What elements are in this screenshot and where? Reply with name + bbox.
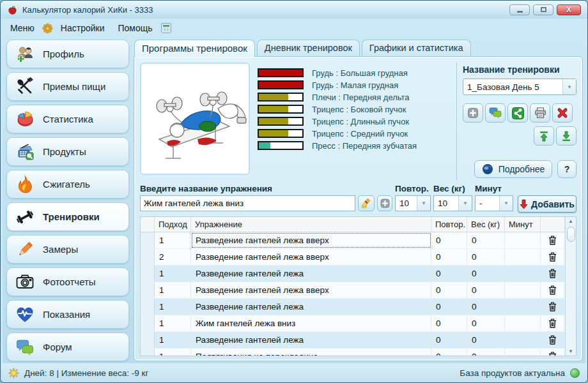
cell-weight[interactable]: 0 <box>467 315 505 331</box>
sidebar-item-statistics[interactable]: Статистика <box>6 105 129 133</box>
chevron-down-icon[interactable]: ▼ <box>458 196 472 211</box>
cell-exercise[interactable]: Жим гантелей лежа вниз <box>191 315 431 331</box>
sidebar-item-workouts[interactable]: Тренировки <box>6 202 129 231</box>
table-row[interactable]: 1 Подтягивания на перекладине 0 0 <box>141 349 565 356</box>
tab-charts-statistics[interactable]: Графики и статистика <box>362 40 471 57</box>
download-button[interactable] <box>556 126 576 146</box>
scroll-up-icon[interactable]: ▲ <box>568 217 573 225</box>
cell-reps[interactable]: 0 <box>431 282 467 298</box>
cell-reps[interactable]: 0 <box>431 266 467 282</box>
sidebar-item-profile[interactable]: Профиль <box>6 40 129 68</box>
upload-button[interactable] <box>534 126 554 146</box>
row-selector-cell[interactable] <box>141 232 155 248</box>
cell-set[interactable]: 2 <box>155 249 191 265</box>
sidebar-item-readings[interactable]: Показания <box>6 300 129 329</box>
delete-row-button[interactable] <box>541 315 565 331</box>
cell-exercise[interactable]: Разведение гантелей лежа <box>191 266 431 282</box>
cell-set[interactable]: 1 <box>155 282 191 298</box>
scrollbar-thumb[interactable] <box>567 227 575 242</box>
delete-row-button[interactable] <box>541 266 565 282</box>
sidebar-item-photo-reports[interactable]: Фотоотчеты <box>6 267 129 296</box>
cell-minutes[interactable] <box>505 249 541 265</box>
sidebar-item-meals[interactable]: Приемы пищи <box>6 72 129 101</box>
tab-training-diary[interactable]: Дневник тренировок <box>257 40 360 57</box>
table-row[interactable]: 1 Разведение гантелей лежа 0 0 <box>141 332 565 349</box>
training-name-select[interactable]: 1_Базовая День 5 ▼ <box>463 79 576 95</box>
cell-weight[interactable]: 0 <box>467 282 505 298</box>
cell-set[interactable]: 1 <box>155 266 191 282</box>
cell-exercise[interactable]: Разведение гантелей лежа вверх <box>191 282 431 298</box>
cell-exercise[interactable]: Разведение гантелей лежа вверх <box>191 232 431 248</box>
row-selector-cell[interactable] <box>141 266 155 282</box>
cell-minutes[interactable] <box>505 266 541 282</box>
table-row[interactable]: 1 Разведение гантелей лежа 0 0 <box>141 266 565 282</box>
help-button[interactable]: ? <box>557 160 576 178</box>
row-selector-cell[interactable] <box>141 299 155 315</box>
calculator-icon[interactable] <box>160 22 172 34</box>
chevron-down-icon[interactable]: ▼ <box>562 79 576 94</box>
row-selector-cell[interactable] <box>141 282 155 298</box>
menu-item-settings[interactable]: Настройки <box>59 22 107 34</box>
cell-weight[interactable]: 0 <box>467 232 505 248</box>
table-row[interactable]: 1 Разведение гантелей лежа 0 0 <box>141 299 565 315</box>
cell-reps[interactable]: 0 <box>431 232 467 248</box>
table-row[interactable]: 1 Разведение гантелей лежа вверх 0 0 <box>141 232 565 249</box>
cell-minutes[interactable] <box>505 232 541 248</box>
delete-training-button[interactable] <box>552 103 573 123</box>
cell-set[interactable]: 1 <box>155 349 191 356</box>
delete-row-button[interactable] <box>541 332 565 348</box>
cell-weight[interactable]: 0 <box>467 349 505 356</box>
menu-item-menu[interactable]: Меню <box>8 22 36 34</box>
row-selector-cell[interactable] <box>141 249 155 265</box>
cell-weight[interactable]: 0 <box>467 332 505 348</box>
minutes-select[interactable]: - ▼ <box>475 195 513 211</box>
comments-button[interactable] <box>485 103 506 123</box>
row-selector-cell[interactable] <box>141 315 155 331</box>
print-button[interactable] <box>530 103 550 123</box>
details-button[interactable]: Подробнее <box>474 160 552 178</box>
clear-input-button[interactable] <box>358 195 375 211</box>
cell-exercise[interactable]: Разведение гантелей лежа <box>191 299 431 315</box>
chevron-down-icon[interactable]: ▼ <box>499 196 513 211</box>
cell-set[interactable]: 1 <box>155 315 191 331</box>
cell-exercise[interactable]: Подтягивания на перекладине <box>191 349 431 356</box>
cell-minutes[interactable] <box>505 349 541 356</box>
cell-reps[interactable]: 0 <box>431 299 467 315</box>
add-training-button[interactable] <box>463 103 483 123</box>
cell-weight[interactable]: 0 <box>467 249 505 265</box>
row-selector-cell[interactable] <box>141 332 155 348</box>
cell-minutes[interactable] <box>505 282 541 298</box>
add-exercise-to-list-button[interactable] <box>377 195 392 211</box>
cell-weight[interactable]: 0 <box>467 266 505 282</box>
cell-weight[interactable]: 0 <box>467 299 505 315</box>
minimize-button[interactable] <box>509 4 530 15</box>
add-button[interactable]: Добавить <box>518 195 576 213</box>
maximize-button[interactable] <box>533 4 553 15</box>
delete-row-button[interactable] <box>541 349 565 356</box>
exercise-name-input[interactable] <box>140 195 355 211</box>
delete-row-button[interactable] <box>541 299 565 315</box>
scroll-down-icon[interactable]: ▼ <box>568 347 573 356</box>
tab-training-programs[interactable]: Программы тренировок <box>134 40 255 57</box>
chevron-down-icon[interactable]: ▼ <box>417 196 430 211</box>
weight-select[interactable]: 10 ▼ <box>433 195 472 211</box>
menu-item-help[interactable]: Помощь <box>116 22 155 34</box>
cell-minutes[interactable] <box>505 299 541 315</box>
cell-reps[interactable]: 0 <box>431 349 467 356</box>
sidebar-item-forum[interactable]: Форум <box>6 333 129 361</box>
share-button[interactable] <box>507 103 528 123</box>
cell-exercise[interactable]: Разведение гантелей лежа вверх <box>191 249 431 265</box>
table-row[interactable]: 1 Жим гантелей лежа вниз 0 0 <box>141 315 565 332</box>
table-row[interactable]: 2 Разведение гантелей лежа вверх 0 0 <box>141 249 565 266</box>
reps-select[interactable]: 10 ▼ <box>395 195 431 211</box>
cell-minutes[interactable] <box>505 315 541 331</box>
cell-reps[interactable]: 0 <box>431 332 467 348</box>
delete-row-button[interactable] <box>541 282 565 298</box>
sidebar-item-burner[interactable]: Сжигатель <box>6 170 129 199</box>
close-button[interactable]: X <box>557 4 581 15</box>
cell-set[interactable]: 1 <box>155 332 191 348</box>
cell-reps[interactable]: 0 <box>431 315 467 331</box>
cell-set[interactable]: 1 <box>155 299 191 315</box>
cell-set[interactable]: 1 <box>155 232 191 248</box>
cell-minutes[interactable] <box>505 332 541 348</box>
